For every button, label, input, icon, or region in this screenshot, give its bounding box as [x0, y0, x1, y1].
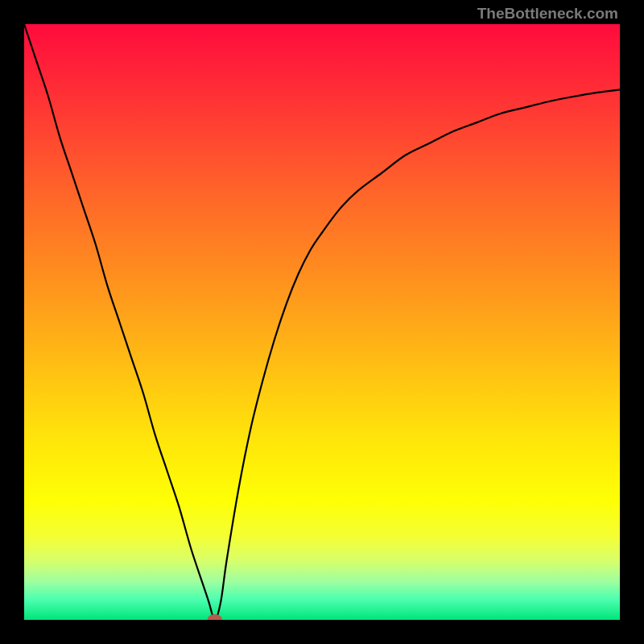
- watermark-text: TheBottleneck.com: [477, 5, 618, 23]
- minimum-marker: [208, 614, 222, 620]
- bottleneck-curve: [24, 24, 620, 620]
- curve-layer: [24, 24, 620, 620]
- chart-frame: TheBottleneck.com: [0, 0, 644, 644]
- plot-area: [24, 24, 620, 620]
